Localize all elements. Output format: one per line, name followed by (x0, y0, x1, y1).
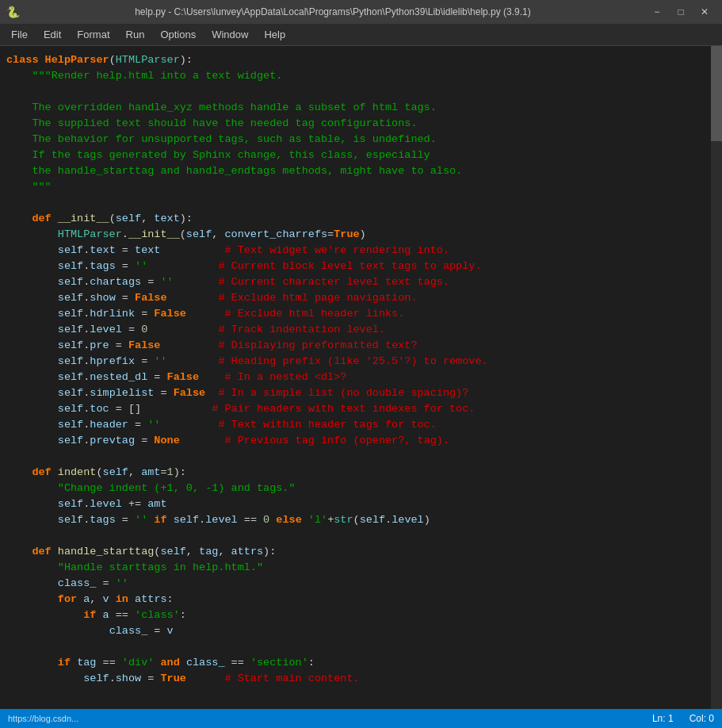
menu-help[interactable]: Help (256, 26, 293, 43)
code-line: self.level = 0 # Track indentation level… (0, 322, 711, 338)
code-line: self.chartags = '' # Current character l… (0, 274, 711, 290)
code-line: self.toc = [] # Pair headers with text i… (0, 401, 711, 417)
code-line: The overridden handle_xyz methods handle… (0, 100, 711, 116)
code-line: "Change indent (+1, 0, -1) and tags." (0, 481, 711, 496)
code-line: if a == 'class': (0, 607, 711, 623)
code-line: "Handle starttags in help.html." (0, 560, 711, 576)
code-line (0, 528, 711, 544)
code-line: self.header = '' # Text within header ta… (0, 417, 711, 433)
code-line: if tag == 'div' and class_ == 'section': (0, 655, 711, 671)
code-line (0, 195, 711, 211)
code-editor[interactable]: class HelpParser(HTMLParser): """Render … (0, 46, 722, 709)
menu-file[interactable]: File (3, 26, 36, 43)
statusbar: https://blog.csdn... Ln: 1 Col: 0 (0, 709, 722, 728)
code-line: """Render help.html into a text widget. (0, 68, 711, 84)
code-line: self.level += amt (0, 496, 711, 512)
code-line: HTMLParser.__init__(self, convert_charre… (0, 227, 711, 243)
code-line: self.simplelist = False # In a simple li… (0, 385, 711, 401)
code-line: self.hprefix = '' # Heading prefix (like… (0, 354, 711, 370)
code-line: class_ = '' (0, 576, 711, 592)
code-line: class_ = v (0, 623, 711, 639)
code-line (0, 449, 711, 465)
code-line: def indent(self, amt=1): (0, 465, 711, 481)
menu-options[interactable]: Options (152, 26, 204, 43)
code-line: the handle_starttag and handle_endtags m… (0, 163, 711, 179)
code-line: self.show = False # Exclude html page na… (0, 290, 711, 306)
code-line: self.show = True # Start main content. (0, 671, 711, 687)
maximize-button[interactable]: □ (670, 4, 692, 20)
code-line: def handle_starttag(self, tag, attrs): (0, 544, 711, 560)
code-line (0, 84, 711, 100)
code-line: def __init__(self, text): (0, 211, 711, 227)
menu-format[interactable]: Format (69, 26, 117, 43)
titlebar: 🐍 help.py - C:\Users\lunvey\AppData\Loca… (0, 0, 722, 24)
code-line: class HelpParser(HTMLParser): (0, 52, 711, 68)
code-line: If the tags generated by Sphinx change, … (0, 148, 711, 163)
code-line: The supplied text should have the needed… (0, 116, 711, 132)
menu-edit[interactable]: Edit (36, 26, 69, 43)
scrollbar-track[interactable] (711, 46, 722, 709)
code-line: for a, v in attrs: (0, 592, 711, 607)
code-line: self.nested_dl = False # In a nested <dl… (0, 370, 711, 385)
app-icon: 🐍 (6, 6, 20, 19)
status-ln: Ln: 1 (652, 713, 674, 724)
code-line: The behavior for unsupported tags, such … (0, 132, 711, 148)
code-line (0, 639, 711, 655)
code-line: self.text = text # Text widget we're ren… (0, 243, 711, 259)
status-url: https://blog.csdn... (8, 714, 636, 723)
window-title: help.py - C:\Users\lunvey\AppData\Local\… (26, 6, 640, 17)
close-button[interactable]: ✕ (693, 4, 716, 20)
code-line: self.tags = '' # Current block level tex… (0, 259, 711, 274)
code-line: """ (0, 179, 711, 195)
code-content: class HelpParser(HTMLParser): """Render … (0, 52, 722, 687)
menu-window[interactable]: Window (204, 26, 256, 43)
code-line: self.tags = '' if self.level == 0 else '… (0, 512, 711, 528)
code-line: self.prevtag = None # Previous tag info … (0, 433, 711, 449)
window-controls: − □ ✕ (646, 4, 716, 20)
status-col: Col: 0 (690, 713, 714, 724)
menu-run[interactable]: Run (118, 26, 153, 43)
code-line: self.hdrlink = False # Exclude html head… (0, 306, 711, 322)
menubar: File Edit Format Run Options Window Help (0, 24, 722, 46)
scrollbar-thumb[interactable] (711, 46, 722, 141)
minimize-button[interactable]: − (646, 4, 668, 20)
code-line: self.pre = False # Displaying preformatt… (0, 338, 711, 354)
